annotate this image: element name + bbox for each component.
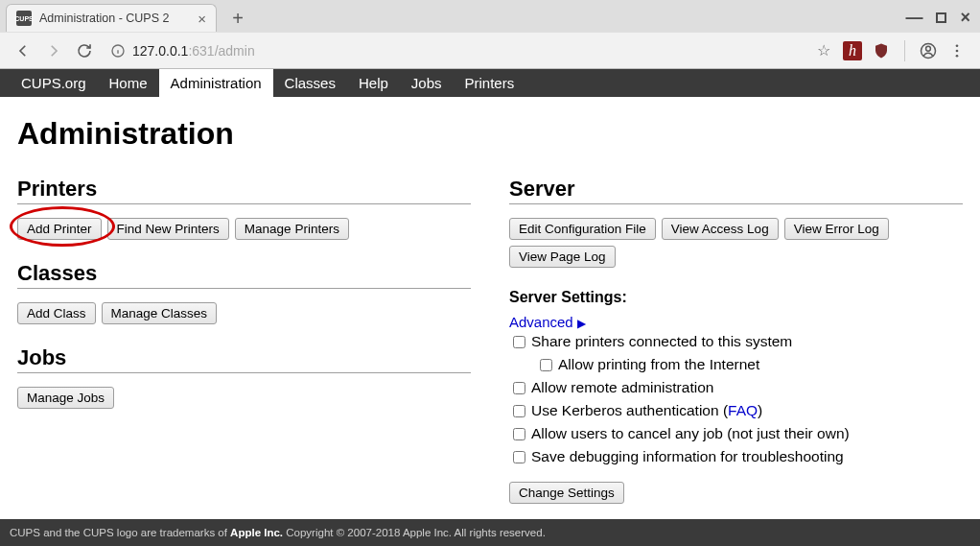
- nav-jobs[interactable]: Jobs: [400, 69, 454, 97]
- view-access-log-button[interactable]: View Access Log: [662, 218, 779, 240]
- browser-chrome: CUPS Administration - CUPS 2 × + — × 127…: [0, 0, 980, 69]
- svg-point-7: [956, 54, 959, 57]
- manage-classes-button[interactable]: Manage Classes: [102, 302, 218, 324]
- view-page-log-button[interactable]: View Page Log: [509, 246, 616, 268]
- kerberos-faq-link[interactable]: FAQ: [728, 402, 758, 418]
- forward-button[interactable]: [40, 37, 67, 64]
- advanced-link[interactable]: Advanced: [509, 314, 573, 330]
- classes-buttons: Add Class Manage Classes: [17, 302, 471, 324]
- footer-apple: Apple Inc.: [230, 527, 283, 533]
- nav-printers[interactable]: Printers: [454, 69, 526, 97]
- back-button[interactable]: [10, 37, 36, 64]
- internet-checkbox[interactable]: [540, 359, 552, 371]
- add-class-button[interactable]: Add Class: [17, 302, 96, 324]
- page-body: Administration Printers Add Printer Find…: [0, 97, 980, 533]
- kerberos-checkbox[interactable]: [513, 405, 525, 417]
- change-settings-button[interactable]: Change Settings: [509, 482, 624, 504]
- opt-remote[interactable]: Allow remote administration: [509, 376, 963, 399]
- share-checkbox[interactable]: [513, 336, 525, 348]
- divider: [17, 288, 471, 289]
- server-settings: Share printers connected to this system …: [509, 330, 963, 468]
- edit-config-button[interactable]: Edit Configuration File: [509, 218, 656, 240]
- jobs-heading: Jobs: [17, 345, 471, 370]
- svg-point-6: [956, 49, 959, 52]
- left-column: Printers Add Printer Find New Printers M…: [17, 177, 471, 504]
- view-error-log-button[interactable]: View Error Log: [784, 218, 889, 240]
- tab-strip: CUPS Administration - CUPS 2 × + — ×: [0, 0, 980, 32]
- debug-checkbox[interactable]: [513, 451, 525, 463]
- classes-heading: Classes: [17, 261, 471, 286]
- profile-icon[interactable]: [919, 41, 938, 60]
- cancel-any-checkbox[interactable]: [513, 428, 525, 440]
- window-minimize-icon[interactable]: —: [905, 8, 922, 28]
- toolbar-divider: [904, 40, 905, 61]
- url-text: 127.0.0.1:631/admin: [132, 43, 806, 59]
- opt-internet[interactable]: Allow printing from the Internet: [536, 353, 963, 376]
- address-bar[interactable]: 127.0.0.1:631/admin: [107, 37, 806, 64]
- favicon: CUPS: [16, 11, 32, 26]
- footer: CUPS and the CUPS logo are trademarks of…: [0, 519, 980, 533]
- divider: [17, 203, 471, 204]
- window-close-icon[interactable]: ×: [960, 8, 970, 28]
- tab-title: Administration - CUPS 2: [39, 12, 190, 25]
- window-maximize-icon[interactable]: [936, 12, 946, 23]
- ublock-shield-icon[interactable]: [872, 41, 891, 60]
- manage-jobs-button[interactable]: Manage Jobs: [17, 387, 114, 409]
- server-heading: Server: [509, 177, 963, 202]
- nav-classes[interactable]: Classes: [273, 69, 347, 97]
- chevron-right-icon: ▶: [577, 317, 586, 330]
- nav-administration[interactable]: Administration: [159, 69, 273, 97]
- server-settings-label: Server Settings:: [509, 289, 963, 306]
- nav-home[interactable]: Home: [98, 69, 159, 97]
- opt-debug[interactable]: Save debugging information for troublesh…: [509, 445, 963, 468]
- new-tab-button[interactable]: +: [224, 5, 251, 32]
- advanced-toggle[interactable]: Advanced▶: [509, 314, 963, 330]
- nav-help[interactable]: Help: [347, 69, 400, 97]
- close-icon[interactable]: ×: [198, 12, 206, 26]
- remote-checkbox[interactable]: [513, 382, 525, 394]
- divider: [17, 372, 471, 373]
- svg-point-5: [956, 44, 959, 47]
- reload-button[interactable]: [71, 37, 98, 64]
- opt-cancel-any[interactable]: Allow users to cancel any job (not just …: [509, 422, 963, 445]
- site-info-icon[interactable]: [107, 40, 128, 61]
- server-buttons: Edit Configuration File View Access Log …: [509, 218, 963, 268]
- right-column: Server Edit Configuration File View Acce…: [509, 177, 963, 504]
- find-new-printers-button[interactable]: Find New Printers: [107, 218, 229, 240]
- nav-cups-org[interactable]: CUPS.org: [10, 69, 98, 97]
- divider: [509, 203, 963, 204]
- printers-buttons: Add Printer Find New Printers Manage Pri…: [17, 218, 471, 240]
- toolbar-right: ☆ h: [814, 40, 972, 61]
- bookmark-icon[interactable]: ☆: [814, 41, 833, 60]
- browser-tab[interactable]: CUPS Administration - CUPS 2 ×: [6, 4, 217, 32]
- opt-kerberos[interactable]: Use Kerberos authentication (FAQ): [509, 399, 963, 422]
- add-printer-button[interactable]: Add Printer: [17, 218, 102, 240]
- page-title: Administration: [17, 116, 963, 152]
- kebab-menu-icon[interactable]: [947, 41, 967, 60]
- manage-printers-button[interactable]: Manage Printers: [235, 218, 349, 240]
- cups-navbar: CUPS.org Home Administration Classes Hel…: [0, 69, 980, 97]
- svg-point-4: [926, 46, 931, 51]
- jobs-buttons: Manage Jobs: [17, 387, 471, 409]
- browser-toolbar: 127.0.0.1:631/admin ☆ h: [0, 32, 980, 68]
- extension-h-icon[interactable]: h: [843, 41, 862, 60]
- printers-heading: Printers: [17, 177, 471, 202]
- opt-share[interactable]: Share printers connected to this system: [509, 330, 963, 353]
